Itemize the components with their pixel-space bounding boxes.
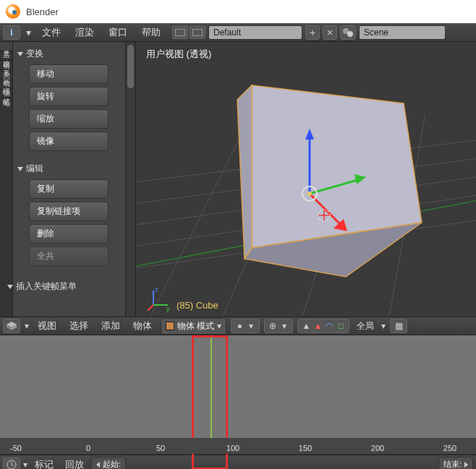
add-layout-button[interactable]: +: [305, 25, 320, 40]
btn-mirror[interactable]: 镜像: [29, 132, 109, 151]
mode-label: 物体 模式: [177, 320, 214, 332]
svg-line-28: [148, 305, 153, 311]
3d-cursor-icon: [318, 210, 330, 221]
blender-logo-icon: [6, 4, 20, 19]
decrement-icon[interactable]: [96, 462, 100, 468]
menu-file[interactable]: 文件: [36, 24, 67, 41]
keyframe-menu-header[interactable]: 插入关键帧菜单: [6, 277, 132, 296]
menu-window[interactable]: 窗口: [103, 24, 133, 41]
shading-solid-icon: ●: [234, 321, 245, 331]
tab-animation[interactable]: 动画: [0, 70, 12, 79]
manipulator-toggle-icon: ▲: [301, 321, 311, 331]
tab-grease[interactable]: 蜡笔: [0, 89, 12, 98]
pivot-median-icon: ⊕: [268, 321, 278, 331]
manipulator-buttons[interactable]: ▲ ▲ ◠ □: [297, 319, 349, 333]
tick: -50: [10, 444, 22, 452]
layers-icon: ▦: [394, 321, 404, 331]
screen-layout-value: Default: [213, 27, 241, 38]
remove-layout-button[interactable]: ×: [323, 25, 337, 40]
menu-select[interactable]: 选择: [65, 318, 93, 334]
frame-start-field[interactable]: 起始:: [91, 457, 126, 469]
tool-shelf-tabs: 工具 创建 关系 动画 物理 蜡笔: [0, 42, 13, 317]
svg-marker-10: [252, 85, 422, 248]
frame-end-field[interactable]: 结束:: [438, 457, 473, 469]
window-title: Blender: [26, 7, 59, 17]
info-editor-icon[interactable]: i: [3, 25, 20, 40]
layout-browse-icon-2[interactable]: [190, 26, 205, 39]
btn-join[interactable]: 全共: [29, 246, 109, 266]
axis-widget-icon: z y: [146, 286, 172, 312]
disclosure-triangle-icon: [17, 167, 23, 171]
btn-scale[interactable]: 缩放: [29, 109, 109, 129]
start-label: 起始:: [103, 459, 121, 469]
editor-type-dropdown-icon[interactable]: ▾: [23, 25, 33, 40]
tab-tools[interactable]: 工具: [0, 42, 12, 51]
btn-translate[interactable]: 移动: [29, 64, 109, 84]
tool-scrollbar[interactable]: [125, 42, 135, 317]
3d-editor-icon[interactable]: [3, 319, 20, 333]
btn-rotate[interactable]: 旋转: [29, 87, 109, 106]
manipulator-translate-icon: ▲: [313, 321, 323, 331]
scene-dropdown[interactable]: Scene: [359, 25, 446, 40]
menu-add[interactable]: 添加: [97, 318, 124, 334]
tick: 150: [299, 444, 312, 452]
timeline-editor-icon[interactable]: [3, 457, 20, 470]
active-object-label: (85) Cube: [177, 300, 218, 311]
tick: 200: [371, 444, 384, 452]
orientation-label[interactable]: 全局: [354, 320, 377, 332]
section-transform-label: 变换: [26, 48, 43, 60]
tab-create[interactable]: 创建: [0, 51, 12, 61]
btn-delete[interactable]: 删除: [29, 224, 109, 244]
main-area: 工具 创建 关系 动画 物理 蜡笔 变换 移动 旋转 缩放 镜像 编辑 复制 复…: [0, 42, 476, 317]
window-titlebar: Blender: [0, 0, 476, 23]
3d-view-header: ▾ 视图 选择 添加 物体 物体 模式 ▾ ●▾ ⊕▾ ▲ ▲ ◠ □ 全局 ▾…: [0, 317, 476, 335]
scene-value: Scene: [364, 27, 388, 38]
tab-physics[interactable]: 物理: [0, 79, 12, 89]
tool-shelf: 变换 移动 旋转 缩放 镜像 编辑 复制 复制链接项 删除 全共 插入关键帧菜单: [13, 42, 136, 317]
cube-mesh: [237, 85, 422, 277]
menu-playback[interactable]: 回放: [61, 457, 88, 470]
tab-relations[interactable]: 关系: [0, 61, 12, 70]
section-edit-header[interactable]: 编辑: [16, 160, 132, 178]
shading-mode-buttons[interactable]: ●▾: [231, 319, 260, 333]
disclosure-triangle-icon: [17, 52, 23, 56]
tick: 100: [226, 444, 239, 452]
svg-text:y: y: [166, 305, 170, 312]
menu-object[interactable]: 物体: [129, 318, 156, 334]
menu-render[interactable]: 渲染: [69, 24, 100, 41]
btn-duplicate[interactable]: 复制: [29, 179, 109, 199]
increment-icon[interactable]: [464, 462, 468, 468]
screen-layout-dropdown[interactable]: Default: [208, 25, 302, 40]
pivot-buttons[interactable]: ⊕▾: [264, 319, 293, 333]
timeline-editor[interactable]: -50 0 50 100 150 200 250: [0, 335, 476, 455]
menu-marker[interactable]: 标记: [30, 457, 58, 470]
scrollbar-thumb[interactable]: [127, 45, 134, 88]
viewport-canvas: [136, 42, 476, 317]
layers-buttons[interactable]: ▦: [390, 319, 407, 333]
app-root: i ▾ 文件 渲染 窗口 帮助 Default + × Scene 工具 创建 …: [0, 23, 476, 469]
info-header: i ▾ 文件 渲染 窗口 帮助 Default + × Scene: [0, 23, 476, 42]
3d-viewport[interactable]: 用户视图 (透视) (85) Cube z y: [136, 42, 476, 317]
disclosure-triangle-icon: [7, 285, 13, 289]
section-edit-label: 编辑: [26, 163, 43, 175]
tick: 0: [86, 444, 90, 452]
viewport-label: 用户视图 (透视): [146, 48, 211, 61]
scene-browse-icon[interactable]: [340, 25, 356, 40]
manipulator-rotate-icon: ◠: [324, 321, 334, 331]
menu-view[interactable]: 视图: [33, 318, 61, 334]
timeline-ruler[interactable]: -50 0 50 100 150 200 250: [0, 438, 476, 454]
timeline-header: ▾ 标记 回放 起始: 结束:: [0, 455, 476, 469]
svg-text:z: z: [155, 286, 158, 293]
menu-help[interactable]: 帮助: [136, 24, 166, 41]
screen-layout-buttons: [172, 26, 205, 39]
keyframe-menu-label: 插入关键帧菜单: [16, 280, 77, 293]
object-mode-icon: [166, 322, 174, 330]
layout-browse-icon[interactable]: [172, 26, 188, 39]
tick: 50: [156, 444, 165, 452]
section-transform-header[interactable]: 变换: [16, 45, 132, 63]
btn-duplicate-linked[interactable]: 复制链接项: [29, 202, 109, 221]
end-label: 结束:: [443, 459, 462, 469]
svg-line-34: [12, 465, 14, 466]
mode-dropdown[interactable]: 物体 模式 ▾: [161, 318, 226, 335]
svg-marker-12: [237, 85, 252, 259]
